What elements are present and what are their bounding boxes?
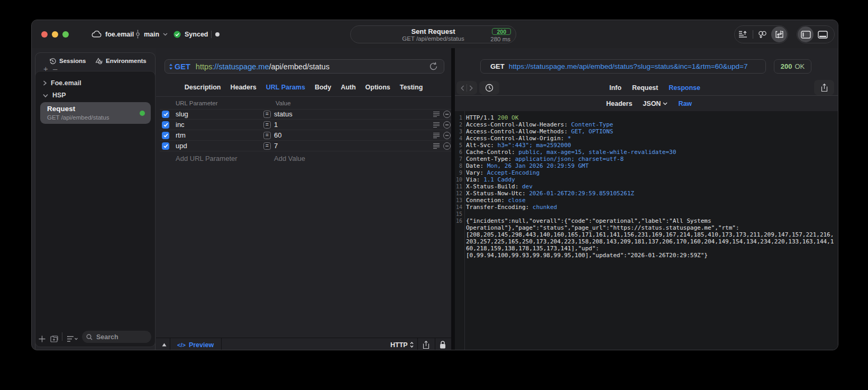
minimize-window-button[interactable] [52, 31, 58, 38]
protocol-selector[interactable]: HTTP [390, 338, 414, 350]
export-log-button[interactable] [735, 26, 751, 42]
response-tab-request[interactable]: Request [632, 84, 658, 92]
line-number: 12 [455, 190, 462, 197]
tree-item-hsp[interactable]: HSP [43, 92, 66, 99]
code-text: 60,218,159,138,178,135,173,141],"upd": [466, 245, 599, 252]
forward-button[interactable] [467, 85, 475, 91]
tab-environments-label: Environments [106, 58, 147, 64]
add-param-row[interactable]: Add URL Parameter Add Value [156, 153, 451, 164]
tab-testing[interactable]: Testing [400, 84, 423, 91]
remove-param-button[interactable] [443, 132, 451, 139]
resend-button[interactable] [428, 61, 438, 71]
code-line: 2Access-Control-Allow-Headers: Content-T… [455, 121, 838, 128]
tab-description[interactable]: Description [185, 84, 221, 91]
remove-param-button[interactable] [443, 111, 451, 118]
tree-item-foe-email[interactable]: Foe.email [43, 79, 81, 87]
code-line: 8Date: Mon, 26 Jan 2026 20:29:59 GMT [455, 162, 838, 169]
method-selector[interactable]: GET [169, 62, 190, 71]
branch-menu[interactable]: main [135, 20, 168, 48]
remove-param-button[interactable] [443, 142, 451, 150]
sync-status[interactable]: Synced [173, 20, 208, 48]
code-text: X-Status-Build: dev [466, 183, 533, 190]
toggle-bottom-panel-button[interactable] [815, 26, 830, 42]
code-line: [0,99.94,100,99.93,99.98,99.95,100],"upd… [455, 252, 838, 259]
tab-headers[interactable]: Headers [230, 84, 256, 91]
param-value-input[interactable]: status [274, 110, 293, 118]
back-button[interactable] [459, 85, 467, 91]
add-param-name-placeholder: Add URL Parameter [176, 155, 237, 162]
column-header-value: Value [276, 100, 291, 106]
cloud-icon [92, 31, 102, 38]
export-log-icon [738, 31, 747, 39]
tab-auth[interactable]: Auth [341, 84, 355, 91]
param-options-icon[interactable] [433, 111, 440, 117]
response-format-tab-raw[interactable]: Raw [678, 100, 692, 107]
request-list-item-selected[interactable]: Request GET /api/embed/status [40, 102, 151, 124]
sent-request-pill[interactable]: Sent Request GET /api/embed/status 200 2… [350, 25, 516, 43]
new-request-button[interactable] [39, 335, 45, 342]
param-name-input[interactable]: inc [176, 121, 185, 129]
lock-icon[interactable] [440, 338, 446, 350]
request-response-toggle-button[interactable] [771, 26, 787, 42]
line-number: 15 [455, 211, 462, 217]
tab-environments[interactable]: Environments [95, 53, 147, 69]
zoom-window-button[interactable] [62, 31, 69, 38]
url-path: /api/embed/status [269, 62, 329, 71]
param-enabled-checkbox[interactable] [162, 111, 169, 118]
param-value-input[interactable]: 1 [274, 121, 278, 129]
search-input[interactable]: Search [82, 331, 151, 343]
param-value-input[interactable]: 7 [274, 142, 278, 150]
footer-divider [221, 338, 222, 350]
line-number: 9 [455, 169, 462, 176]
new-folder-button[interactable] [50, 335, 58, 342]
preview-button[interactable]: </> Preview [177, 338, 214, 350]
param-enabled-checkbox[interactable] [162, 132, 169, 139]
collapse-editor-button[interactable] [158, 338, 170, 350]
param-value-input[interactable]: 60 [274, 131, 281, 139]
tab-options[interactable]: Options [366, 84, 390, 91]
tab-url-params[interactable]: URL Params [266, 84, 305, 91]
request-editor-footer: </> Preview HTTP [156, 338, 451, 350]
history-button[interactable] [479, 81, 499, 95]
tree-item-label: Foe.email [51, 79, 81, 87]
param-options-icon[interactable] [433, 143, 440, 149]
remove-param-button[interactable] [443, 121, 451, 129]
param-options-icon[interactable] [433, 122, 440, 128]
project-menu[interactable]: foe.email [92, 20, 134, 48]
url-bar[interactable]: GET https://statuspage.me/api/embed/stat… [165, 59, 444, 74]
param-enabled-checkbox[interactable] [162, 142, 169, 150]
response-format-tab-headers[interactable]: Headers [606, 100, 632, 107]
response-raw-view[interactable]: 1HTTP/1.1 200 OK2Access-Control-Allow-He… [455, 111, 838, 350]
line-number: 3 [455, 128, 462, 135]
line-number: 10 [455, 176, 462, 183]
code-line: 12X-Status-Now-Utc: 2026-01-26T20:29:59.… [455, 190, 838, 197]
sort-filter-button[interactable] [67, 335, 78, 342]
code-text: Via: 1.1 Caddy [466, 176, 515, 183]
url-input[interactable]: https://statuspage.me/api/embed/status [196, 62, 330, 71]
response-status-text: OK [794, 62, 805, 70]
code-line: 1HTTP/1.1 200 OK [455, 114, 838, 121]
response-tab-response[interactable]: Response [669, 84, 700, 92]
share-response-button[interactable] [814, 80, 834, 95]
code-line: 9Vary: Accept-Encoding [455, 169, 838, 176]
protocol-updown-icon [410, 342, 414, 348]
pane-divider[interactable] [451, 48, 455, 350]
response-format-tabs: HeadersJSONRaw [606, 96, 692, 111]
param-options-icon[interactable] [433, 132, 440, 139]
param-name-input[interactable]: slug [176, 110, 188, 118]
param-name-input[interactable]: rtm [176, 131, 186, 139]
param-name-input[interactable]: upd [176, 142, 187, 150]
chevron-down-icon [163, 33, 168, 36]
param-enabled-checkbox[interactable] [162, 121, 169, 129]
response-format-tab-json[interactable]: JSON [643, 100, 668, 107]
toggle-sidebar-button[interactable] [798, 26, 814, 42]
sent-request-title: Sent Request [351, 28, 516, 35]
equals-icon: = [263, 121, 271, 129]
tab-body[interactable]: Body [315, 84, 331, 91]
code-text: Vary: Accept-Encoding [466, 169, 540, 176]
close-window-button[interactable] [41, 31, 48, 38]
share-request-button[interactable] [423, 338, 430, 350]
sync-link-button[interactable] [755, 26, 771, 42]
response-tab-info[interactable]: Info [609, 84, 622, 92]
code-text: Operational"},"page":"status","page_url"… [466, 224, 739, 231]
